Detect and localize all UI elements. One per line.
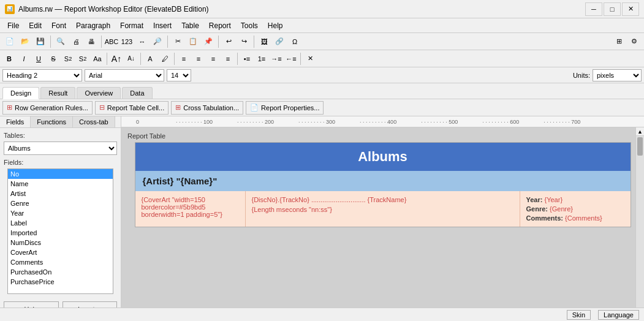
strikethrough-button[interactable]: S (47, 53, 60, 65)
align-center-button[interactable]: ≡ (192, 53, 205, 65)
menu-insert[interactable]: Insert (148, 20, 176, 31)
menu-table[interactable]: Table (176, 20, 204, 31)
tab-overview[interactable]: Overview (77, 87, 121, 99)
row-gen-label: Row Generation Rules... (15, 104, 88, 111)
grid-button[interactable]: ⊞ (612, 35, 626, 48)
menu-paragraph[interactable]: Paragraph (71, 20, 115, 31)
align-right-button[interactable]: ≡ (206, 53, 220, 65)
vertical-scrollbar[interactable]: ▲ ▼ (635, 127, 644, 321)
font-select[interactable]: Arial (85, 69, 164, 81)
field-coverart[interactable]: CoverArt (8, 247, 113, 257)
scroll-thumb[interactable] (637, 137, 643, 156)
new-button[interactable]: 📄 (2, 35, 17, 48)
find-replace-button[interactable]: ↔ (135, 35, 150, 48)
cross-tab-icon: ⊞ (175, 104, 181, 111)
field-numdiscs[interactable]: NumDiscs (8, 238, 113, 247)
copy-button[interactable]: 📋 (186, 35, 200, 48)
sep3 (167, 36, 168, 48)
report-canvas[interactable]: Report Table Albums {Artist} "{Name}" {C… (121, 127, 644, 321)
menu-report[interactable]: Report (204, 20, 236, 31)
window-controls: ─ □ ✕ (585, 2, 639, 16)
printer-setup-button[interactable]: 🖨 (69, 35, 83, 48)
maximize-button[interactable]: □ (604, 2, 621, 16)
title-bar: 📊 Albums.rw — Report Workshop Editor (El… (0, 0, 644, 18)
highlight-button[interactable]: 🖊 (158, 53, 172, 65)
tab-design[interactable]: Design (2, 87, 39, 99)
field-no[interactable]: No (8, 169, 113, 179)
field-genre[interactable]: Genre (8, 198, 113, 208)
left-tab-crosstab[interactable]: Cross-tab (73, 116, 115, 127)
left-tab-functions[interactable]: Functions (31, 116, 73, 127)
field-comments[interactable]: Comments (8, 257, 113, 267)
report-properties-button[interactable]: 📄 Report Properties... (246, 101, 324, 115)
menu-help[interactable]: Help (263, 20, 288, 31)
subscript-button[interactable]: S2 (76, 53, 89, 65)
close-button[interactable]: ✕ (622, 2, 639, 16)
skin-button[interactable]: Skin (567, 310, 591, 320)
style-select[interactable]: Heading 2 (2, 69, 82, 81)
preview-button[interactable]: 🔍 (53, 35, 68, 48)
font-color-button[interactable]: A (143, 53, 157, 65)
cross-tabulation-button[interactable]: ⊞ Cross Tabulation... (171, 101, 243, 115)
genre-line: Genre: {Genre} (526, 205, 624, 213)
menu-edit[interactable]: Edit (24, 20, 47, 31)
field-label[interactable]: Label (8, 218, 113, 228)
settings-button[interactable]: ⚙ (627, 35, 642, 48)
cut-button[interactable]: ✂ (170, 35, 185, 48)
field-name[interactable]: Name (8, 179, 113, 189)
menu-tools[interactable]: Tools (236, 20, 263, 31)
menu-file[interactable]: File (2, 20, 24, 31)
symbol-button[interactable]: Ω (287, 35, 302, 48)
underline-button[interactable]: U (32, 53, 45, 65)
italic-button[interactable]: I (17, 53, 31, 65)
tab-data[interactable]: Data (122, 87, 152, 99)
open-button[interactable]: 📂 (18, 35, 32, 48)
case-button[interactable]: Aa (91, 53, 104, 65)
detail-col3: Year: {Year} Genre: {Genre} Comments: {C… (520, 191, 631, 227)
size-select[interactable]: 14 (167, 69, 191, 81)
detail-col1: {CoverArt "width=150 bordercolor=#5b9bd5… (135, 191, 246, 227)
tables-select[interactable]: Albums (4, 142, 117, 155)
align-left-button[interactable]: ≡ (177, 53, 191, 65)
spell-button[interactable]: ABC (104, 35, 119, 48)
indent-button[interactable]: →≡ (270, 53, 283, 65)
field-year[interactable]: Year (8, 208, 113, 218)
left-tab-fields[interactable]: Fields (0, 116, 31, 127)
report-table-cell-button[interactable]: ⊟ Report Table Cell... (95, 101, 169, 115)
save-button[interactable]: 💾 (33, 35, 48, 48)
field-purchaseprice[interactable]: PurchasePrice (8, 277, 113, 287)
wordcount-button[interactable]: 123 (119, 35, 134, 48)
justify-button[interactable]: ≡ (221, 53, 235, 65)
outdent-button[interactable]: ←≡ (284, 53, 298, 65)
bullet-list-button[interactable]: •≡ (240, 53, 254, 65)
bold-button[interactable]: B (2, 53, 16, 65)
tab-result[interactable]: Result (40, 87, 75, 99)
find-button[interactable]: 🔎 (150, 35, 165, 48)
minimize-button[interactable]: ─ (585, 2, 602, 16)
undo-button[interactable]: ↩ (221, 35, 236, 48)
units-select[interactable]: pixels inches cm (593, 69, 642, 81)
report-detail-band: {CoverArt "width=150 bordercolor=#5b9bd5… (135, 191, 631, 227)
scroll-up[interactable]: ▲ (636, 127, 644, 136)
field-artist[interactable]: Artist (8, 189, 113, 198)
clear-format-button[interactable]: ✕ (303, 53, 317, 65)
main-content: Fields Functions Cross-tab Tables: Album… (0, 116, 644, 321)
field-purchasedon[interactable]: PurchasedOn (8, 267, 113, 277)
decrease-font-button[interactable]: A↓ (124, 53, 138, 65)
row-generation-button[interactable]: ⊞ Row Generation Rules... (2, 101, 93, 115)
redo-button[interactable]: ↪ (237, 35, 251, 48)
field-imported[interactable]: Imported (8, 228, 113, 238)
language-button[interactable]: Language (598, 310, 639, 320)
number-list-button[interactable]: 1≡ (255, 53, 268, 65)
menu-font[interactable]: Font (47, 20, 71, 31)
image-button[interactable]: 🖼 (257, 35, 271, 48)
print-button[interactable]: 🖶 (84, 35, 99, 48)
scroll-track[interactable] (636, 136, 644, 312)
superscript-button[interactable]: S2 (61, 53, 75, 65)
properties-label: Report Properties... (261, 104, 319, 111)
link-button[interactable]: 🔗 (272, 35, 287, 48)
length-line: {Length mseconds "nn:ss"} (252, 206, 513, 213)
paste-button[interactable]: 📌 (201, 35, 216, 48)
menu-format[interactable]: Format (115, 20, 148, 31)
increase-font-button[interactable]: A↑ (110, 53, 123, 65)
